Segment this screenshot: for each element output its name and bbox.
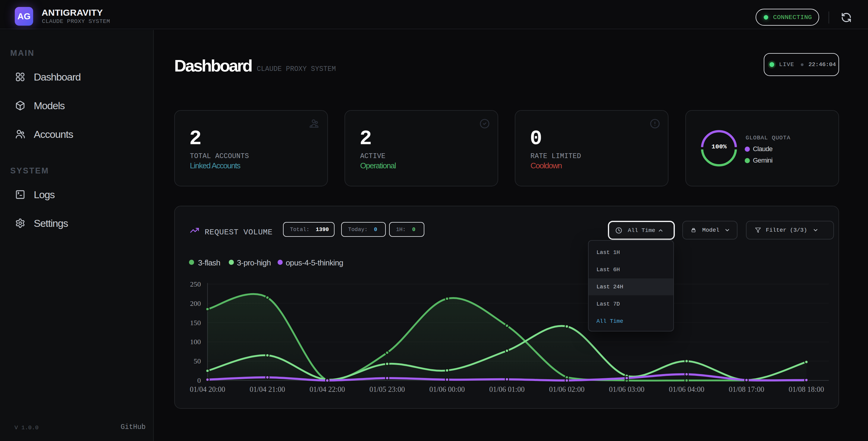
svg-text:250: 250 bbox=[190, 280, 201, 288]
svg-text:0: 0 bbox=[197, 377, 201, 384]
svg-text:01/08 18:00: 01/08 18:00 bbox=[789, 385, 824, 393]
svg-text:01/06 03:00: 01/06 03:00 bbox=[609, 385, 645, 393]
svg-text:01/04 21:00: 01/04 21:00 bbox=[250, 385, 285, 393]
svg-text:01/06 00:00: 01/06 00:00 bbox=[429, 385, 465, 393]
svg-text:01/06 04:00: 01/06 04:00 bbox=[669, 385, 704, 393]
svg-text:100: 100 bbox=[190, 338, 201, 346]
svg-text:01/05 23:00: 01/05 23:00 bbox=[370, 385, 405, 393]
svg-text:01/04 20:00: 01/04 20:00 bbox=[190, 385, 225, 393]
svg-text:01/06 01:00: 01/06 01:00 bbox=[489, 385, 525, 393]
svg-text:01/04 22:00: 01/04 22:00 bbox=[310, 385, 345, 393]
svg-text:01/06 02:00: 01/06 02:00 bbox=[549, 385, 585, 393]
svg-text:01/08 17:00: 01/08 17:00 bbox=[729, 385, 764, 393]
svg-text:50: 50 bbox=[194, 357, 201, 365]
svg-text:200: 200 bbox=[190, 299, 201, 307]
svg-text:150: 150 bbox=[190, 319, 201, 327]
